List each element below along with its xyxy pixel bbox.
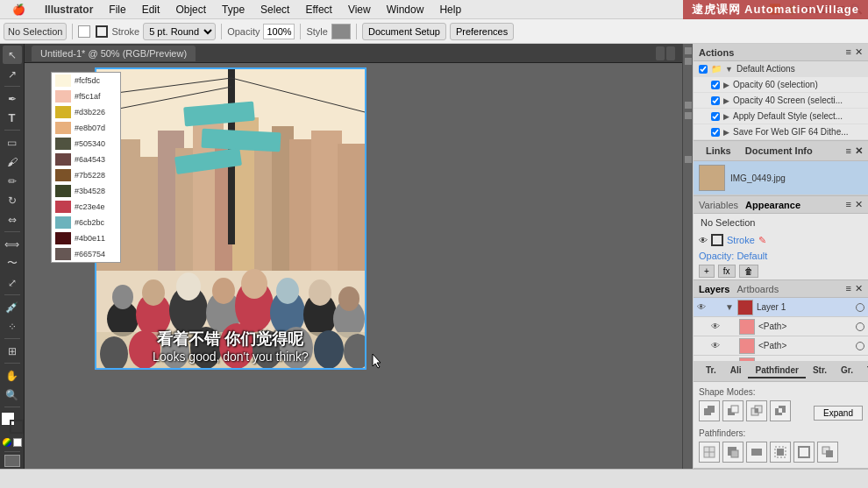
swatch-5[interactable]: #505340 xyxy=(52,136,122,152)
panel-strip-btn-1[interactable] xyxy=(685,47,692,54)
swatch-11[interactable]: #4b0e11 xyxy=(52,230,122,246)
width-tool[interactable]: ⟺ xyxy=(3,235,22,253)
swatch-4[interactable]: #e8b07d xyxy=(52,120,122,136)
stroke-edit-icon[interactable]: ✎ xyxy=(758,235,766,246)
merge-btn[interactable] xyxy=(746,442,767,463)
menu-edit[interactable]: Edit xyxy=(135,2,167,18)
document-setup-button[interactable]: Document Setup xyxy=(362,23,446,40)
stroke-color-box[interactable] xyxy=(711,234,723,246)
apple-menu[interactable]: 🍎 xyxy=(5,2,32,18)
panel-strip-btn-2[interactable] xyxy=(685,58,692,65)
stroke-visibility-icon[interactable]: 👁 xyxy=(699,236,708,245)
layers-close-icon[interactable]: ✕ xyxy=(855,283,863,294)
transform-tab[interactable]: Tr. xyxy=(699,364,723,378)
action-item-1[interactable]: ▶ Opacity 60 (selection) xyxy=(694,77,868,93)
swatch-8[interactable]: #3b4528 xyxy=(52,183,122,199)
artboards-tab[interactable]: Artboards xyxy=(736,284,779,294)
exclude-btn[interactable] xyxy=(770,400,791,421)
menu-help[interactable]: Help xyxy=(432,2,468,18)
menu-file[interactable]: File xyxy=(102,2,132,18)
gradient-tab[interactable]: Gr. xyxy=(834,364,860,378)
trim-btn[interactable] xyxy=(722,442,743,463)
menu-window[interactable]: Window xyxy=(380,2,431,18)
minus-front-btn[interactable] xyxy=(722,400,743,421)
appearance-options-icon[interactable]: ≡ xyxy=(846,199,851,210)
paintbrush-tool[interactable]: 🖌 xyxy=(3,152,22,171)
eyedropper-tool[interactable]: 💉 xyxy=(3,298,22,316)
stroke-tab[interactable]: Str. xyxy=(806,364,834,378)
document-tab[interactable]: Untitled-1* @ 50% (RGB/Preview) xyxy=(32,46,196,61)
panel-strip-btn-5[interactable] xyxy=(685,156,692,163)
outline-btn[interactable] xyxy=(793,442,815,463)
panel-strip-btn-3[interactable] xyxy=(685,102,692,109)
warp-tool[interactable]: 〜 xyxy=(3,254,22,272)
mirror-tool[interactable]: ⇔ xyxy=(3,210,22,229)
opacity-input[interactable] xyxy=(263,24,295,39)
zoom-tool[interactable]: 🔍 xyxy=(3,385,22,404)
unite-btn[interactable] xyxy=(699,400,720,421)
layer-expand-1[interactable]: ▼ xyxy=(725,302,734,312)
panel-scroll-up[interactable] xyxy=(656,46,665,60)
preferences-button[interactable]: Preferences xyxy=(450,23,514,40)
actions-folder-arrow[interactable]: ▼ xyxy=(725,65,733,74)
layers-tab[interactable]: Layers xyxy=(699,284,729,294)
divide-btn[interactable] xyxy=(699,442,720,463)
menu-view[interactable]: View xyxy=(341,2,378,18)
layer-lock-p1[interactable] xyxy=(725,322,736,332)
layer-lock-p2[interactable] xyxy=(725,341,736,351)
align-tab[interactable]: Ali xyxy=(723,364,749,378)
fill-swatch[interactable] xyxy=(78,25,90,38)
swatch-2[interactable]: #f5c1af xyxy=(52,88,122,104)
menu-object[interactable]: Object xyxy=(168,2,213,18)
swatch-10[interactable]: #6cb2bc xyxy=(52,215,122,230)
artwork-canvas[interactable]: 看着不错 你们觉得呢 Looks good, don't you think? xyxy=(95,67,366,370)
action-item-3[interactable]: ▶ Apply Default Style (select... xyxy=(694,109,868,124)
normal-view-btn[interactable] xyxy=(4,455,20,467)
panel-strip-btn-4[interactable] xyxy=(685,112,692,119)
selection-tool[interactable]: ↖ xyxy=(3,46,22,64)
link-item-1[interactable]: IMG_0449.jpg xyxy=(694,161,868,195)
stroke-swatch[interactable] xyxy=(96,25,108,38)
links-close-icon[interactable]: ✕ xyxy=(855,145,863,157)
menu-effect[interactable]: Effect xyxy=(298,2,338,18)
action-3-checkbox[interactable] xyxy=(711,112,720,121)
pathfinder-tab[interactable]: Pathfinder xyxy=(748,364,805,378)
action-1-checkbox[interactable] xyxy=(711,81,720,89)
swatch-6[interactable]: #6a4543 xyxy=(52,152,122,167)
swatch-3[interactable]: #d3b226 xyxy=(52,104,122,120)
none-icon[interactable] xyxy=(13,438,22,447)
layer-eye-1[interactable]: 👁 xyxy=(697,302,708,313)
links-tab[interactable]: Links xyxy=(699,144,738,158)
panel-toggle-btn[interactable] xyxy=(666,46,675,60)
style-swatch[interactable] xyxy=(331,24,351,39)
minus-back-btn[interactable] xyxy=(817,442,838,463)
direct-selection-tool[interactable]: ↗ xyxy=(3,65,22,83)
swatch-1[interactable]: #fcf5dc xyxy=(52,73,122,88)
stroke-text[interactable]: Stroke xyxy=(727,235,755,245)
appearance-close-icon[interactable]: ✕ xyxy=(855,199,863,210)
opacity-value[interactable]: Default xyxy=(736,251,767,261)
rotate-tool[interactable]: ↻ xyxy=(3,191,22,209)
appearance-tab[interactable]: Appearance xyxy=(745,200,800,210)
swatch-7[interactable]: #7b5228 xyxy=(52,167,122,183)
layer-main[interactable]: 👁 ▼ Layer 1 xyxy=(694,298,868,317)
add-property-btn[interactable]: + xyxy=(699,265,715,278)
menu-select[interactable]: Select xyxy=(253,2,296,18)
swatch-9[interactable]: #c23e4e xyxy=(52,199,122,215)
layer-target-1[interactable] xyxy=(856,303,864,312)
menu-type[interactable]: Type xyxy=(215,2,252,18)
layer-target-p1[interactable] xyxy=(856,322,864,331)
type-tool[interactable]: T xyxy=(3,109,22,127)
doc-info-tab[interactable]: Document Info xyxy=(738,144,820,158)
variables-tab[interactable]: Variables xyxy=(699,200,738,210)
color-mode-icon[interactable] xyxy=(3,438,11,447)
actions-folder-checkbox[interactable] xyxy=(699,65,708,74)
trash-btn[interactable]: 🗑 xyxy=(739,265,758,278)
actions-close-icon[interactable]: ✕ xyxy=(855,46,863,58)
action-item-2[interactable]: ▶ Opacity 40 Screen (selecti... xyxy=(694,93,868,109)
transparency-tab[interactable]: Tra. xyxy=(860,364,868,378)
stroke-width-select[interactable]: 5 pt. Round xyxy=(143,23,216,40)
crop-btn[interactable] xyxy=(770,442,791,463)
layer-item-path-2[interactable]: 👁 <Path> xyxy=(694,336,868,356)
intersect-btn[interactable] xyxy=(746,400,767,421)
